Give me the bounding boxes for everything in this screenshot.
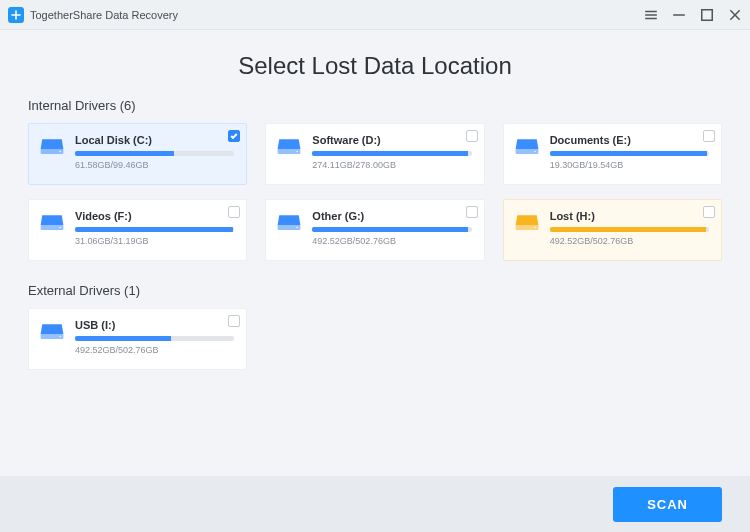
drive-icon (276, 136, 302, 158)
drive-icon (39, 136, 65, 158)
drive-card[interactable]: Software (D:) 274.11GB/278.00GB (265, 123, 484, 185)
drive-info: Local Disk (C:) 61.58GB/99.46GB (75, 134, 234, 170)
drive-checkbox[interactable] (703, 206, 715, 218)
drive-size: 19.30GB/19.54GB (550, 160, 709, 170)
drive-usage-fill (75, 151, 174, 156)
titlebar: TogetherShare Data Recovery (0, 0, 750, 30)
external-section-header: External Drivers (1) (28, 283, 722, 298)
drive-name: Documents (E:) (550, 134, 709, 146)
drive-info: Lost (H:) 492.52GB/502.76GB (550, 210, 709, 246)
drive-info: Software (D:) 274.11GB/278.00GB (312, 134, 471, 170)
app-title: TogetherShare Data Recovery (30, 9, 178, 21)
drive-icon (514, 212, 540, 234)
drive-usage-fill (312, 151, 468, 156)
svg-point-6 (534, 151, 536, 153)
drive-info: USB (I:) 492.52GB/502.76GB (75, 319, 234, 355)
drive-usage-bar (550, 227, 709, 232)
svg-point-10 (297, 227, 299, 229)
drive-size: 492.52GB/502.76GB (312, 236, 471, 246)
drive-usage-fill (75, 336, 171, 341)
svg-point-12 (534, 227, 536, 229)
drive-usage-bar (312, 151, 471, 156)
drive-size: 31.06GB/31.19GB (75, 236, 234, 246)
close-button[interactable] (728, 8, 742, 22)
drive-checkbox[interactable] (228, 315, 240, 327)
drive-checkbox[interactable] (466, 130, 478, 142)
drive-checkbox[interactable] (703, 130, 715, 142)
drive-name: Lost (H:) (550, 210, 709, 222)
svg-rect-0 (702, 9, 713, 20)
drive-icon (39, 212, 65, 234)
drive-info: Videos (F:) 31.06GB/31.19GB (75, 210, 234, 246)
internal-section-header: Internal Drivers (6) (28, 98, 722, 113)
drive-usage-bar (75, 151, 234, 156)
maximize-button[interactable] (700, 8, 714, 22)
drive-checkbox[interactable] (466, 206, 478, 218)
svg-point-14 (59, 336, 61, 338)
drive-card[interactable]: USB (I:) 492.52GB/502.76GB (28, 308, 247, 370)
drive-size: 492.52GB/502.76GB (75, 345, 234, 355)
drive-name: Software (D:) (312, 134, 471, 146)
drive-size: 274.11GB/278.00GB (312, 160, 471, 170)
page-title: Select Lost Data Location (0, 52, 750, 80)
drive-icon (276, 212, 302, 234)
drive-usage-fill (550, 151, 708, 156)
drive-usage-fill (75, 227, 233, 232)
drive-icon (514, 136, 540, 158)
drive-checkbox[interactable] (228, 130, 240, 142)
drive-card[interactable]: Other (G:) 492.52GB/502.76GB (265, 199, 484, 261)
drive-usage-bar (75, 227, 234, 232)
drive-name: USB (I:) (75, 319, 234, 331)
drive-card[interactable]: Lost (H:) 492.52GB/502.76GB (503, 199, 722, 261)
drive-usage-fill (312, 227, 468, 232)
drive-usage-bar (312, 227, 471, 232)
drive-card[interactable]: Documents (E:) 19.30GB/19.54GB (503, 123, 722, 185)
minimize-button[interactable] (672, 8, 686, 22)
drive-card[interactable]: Local Disk (C:) 61.58GB/99.46GB (28, 123, 247, 185)
drive-info: Documents (E:) 19.30GB/19.54GB (550, 134, 709, 170)
drive-size: 61.58GB/99.46GB (75, 160, 234, 170)
drive-checkbox[interactable] (228, 206, 240, 218)
svg-point-2 (59, 151, 61, 153)
drive-usage-bar (75, 336, 234, 341)
drive-size: 492.52GB/502.76GB (550, 236, 709, 246)
footer-bar: SCAN (0, 476, 750, 532)
drive-name: Other (G:) (312, 210, 471, 222)
internal-drive-grid: Local Disk (C:) 61.58GB/99.46GB Software… (28, 123, 722, 261)
drive-usage-fill (550, 227, 706, 232)
drive-card[interactable]: Videos (F:) 31.06GB/31.19GB (28, 199, 247, 261)
scan-button[interactable]: SCAN (613, 487, 722, 522)
drive-name: Videos (F:) (75, 210, 234, 222)
drive-icon (39, 321, 65, 343)
drive-info: Other (G:) 492.52GB/502.76GB (312, 210, 471, 246)
external-drive-grid: USB (I:) 492.52GB/502.76GB (28, 308, 722, 370)
drive-usage-bar (550, 151, 709, 156)
drive-name: Local Disk (C:) (75, 134, 234, 146)
app-logo-icon (8, 7, 24, 23)
svg-point-4 (297, 151, 299, 153)
menu-icon[interactable] (644, 8, 658, 22)
svg-point-8 (59, 227, 61, 229)
window-controls (644, 8, 742, 22)
